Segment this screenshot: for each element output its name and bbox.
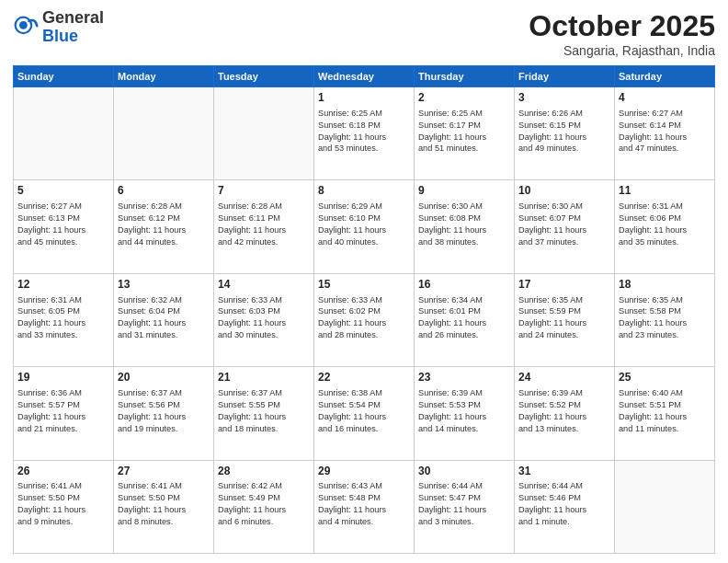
table-row <box>14 87 114 180</box>
day-info: Sunrise: 6:29 AMSunset: 6:10 PMDaylight:… <box>318 201 410 248</box>
table-row: 27Sunrise: 6:41 AMSunset: 5:50 PMDayligh… <box>114 460 214 553</box>
day-number: 24 <box>518 370 610 385</box>
title-month: October 2025 <box>529 9 715 43</box>
day-number: 9 <box>418 183 510 199</box>
page: General Blue October 2025 Sangaria, Raja… <box>0 0 728 563</box>
day-info: Sunrise: 6:27 AMSunset: 6:14 PMDaylight:… <box>619 108 711 155</box>
table-row: 6Sunrise: 6:28 AMSunset: 6:12 PMDaylight… <box>114 180 214 273</box>
title-block: October 2025 Sangaria, Rajasthan, India <box>529 9 715 58</box>
day-number: 1 <box>318 90 410 106</box>
day-info: Sunrise: 6:33 AMSunset: 6:03 PMDaylight:… <box>218 294 310 342</box>
logo-text: General Blue <box>42 9 104 46</box>
table-row <box>114 87 214 180</box>
day-info: Sunrise: 6:43 AMSunset: 5:48 PMDaylight:… <box>318 480 410 528</box>
day-info: Sunrise: 6:42 AMSunset: 5:49 PMDaylight:… <box>218 480 310 528</box>
col-monday: Monday <box>114 66 214 87</box>
day-info: Sunrise: 6:30 AMSunset: 6:07 PMDaylight:… <box>518 201 610 248</box>
table-row: 14Sunrise: 6:33 AMSunset: 6:03 PMDayligh… <box>214 273 314 366</box>
day-number: 30 <box>418 464 510 479</box>
table-row: 3Sunrise: 6:26 AMSunset: 6:15 PMDaylight… <box>515 87 615 180</box>
table-row: 16Sunrise: 6:34 AMSunset: 6:01 PMDayligh… <box>415 273 515 366</box>
table-row: 24Sunrise: 6:39 AMSunset: 5:52 PMDayligh… <box>515 367 615 460</box>
day-number: 22 <box>318 370 410 385</box>
calendar-week-row: 5Sunrise: 6:27 AMSunset: 6:13 PMDaylight… <box>14 180 715 273</box>
table-row: 22Sunrise: 6:38 AMSunset: 5:54 PMDayligh… <box>314 367 415 460</box>
table-row: 10Sunrise: 6:30 AMSunset: 6:07 PMDayligh… <box>515 180 615 273</box>
table-row: 5Sunrise: 6:27 AMSunset: 6:13 PMDaylight… <box>14 180 114 273</box>
table-row: 13Sunrise: 6:32 AMSunset: 6:04 PMDayligh… <box>114 273 214 366</box>
day-info: Sunrise: 6:40 AMSunset: 5:51 PMDaylight:… <box>619 387 711 435</box>
col-sunday: Sunday <box>14 66 114 87</box>
day-number: 16 <box>418 277 510 293</box>
day-info: Sunrise: 6:30 AMSunset: 6:08 PMDaylight:… <box>418 201 510 248</box>
col-saturday: Saturday <box>615 66 715 87</box>
day-info: Sunrise: 6:33 AMSunset: 6:02 PMDaylight:… <box>318 294 410 342</box>
logo-blue: Blue <box>42 28 104 46</box>
col-thursday: Thursday <box>415 66 515 87</box>
table-row: 29Sunrise: 6:43 AMSunset: 5:48 PMDayligh… <box>314 460 415 553</box>
table-row: 2Sunrise: 6:25 AMSunset: 6:17 PMDaylight… <box>415 87 515 180</box>
day-info: Sunrise: 6:38 AMSunset: 5:54 PMDaylight:… <box>318 387 410 435</box>
calendar-week-row: 26Sunrise: 6:41 AMSunset: 5:50 PMDayligh… <box>14 460 715 553</box>
day-info: Sunrise: 6:37 AMSunset: 5:56 PMDaylight:… <box>118 387 210 435</box>
calendar-week-row: 12Sunrise: 6:31 AMSunset: 6:05 PMDayligh… <box>14 273 715 366</box>
day-number: 29 <box>318 464 410 479</box>
day-number: 18 <box>619 277 711 293</box>
day-number: 5 <box>17 183 109 199</box>
col-wednesday: Wednesday <box>314 66 415 87</box>
day-info: Sunrise: 6:31 AMSunset: 6:05 PMDaylight:… <box>17 294 109 342</box>
day-number: 28 <box>218 464 310 479</box>
table-row: 19Sunrise: 6:36 AMSunset: 5:57 PMDayligh… <box>14 367 114 460</box>
day-info: Sunrise: 6:28 AMSunset: 6:12 PMDaylight:… <box>118 201 210 248</box>
day-info: Sunrise: 6:44 AMSunset: 5:46 PMDaylight:… <box>518 480 610 528</box>
day-number: 14 <box>218 277 310 293</box>
day-info: Sunrise: 6:37 AMSunset: 5:55 PMDaylight:… <box>218 387 310 435</box>
table-row: 15Sunrise: 6:33 AMSunset: 6:02 PMDayligh… <box>314 273 415 366</box>
col-tuesday: Tuesday <box>214 66 314 87</box>
day-info: Sunrise: 6:31 AMSunset: 6:06 PMDaylight:… <box>619 201 711 248</box>
day-info: Sunrise: 6:39 AMSunset: 5:53 PMDaylight:… <box>418 387 510 435</box>
day-info: Sunrise: 6:28 AMSunset: 6:11 PMDaylight:… <box>218 201 310 248</box>
table-row: 11Sunrise: 6:31 AMSunset: 6:06 PMDayligh… <box>615 180 715 273</box>
svg-point-1 <box>19 21 28 29</box>
header: General Blue October 2025 Sangaria, Raja… <box>13 9 715 58</box>
day-number: 21 <box>218 370 310 385</box>
day-number: 17 <box>518 277 610 293</box>
col-friday: Friday <box>515 66 615 87</box>
day-info: Sunrise: 6:35 AMSunset: 5:59 PMDaylight:… <box>518 294 610 342</box>
table-row: 20Sunrise: 6:37 AMSunset: 5:56 PMDayligh… <box>114 367 214 460</box>
day-info: Sunrise: 6:34 AMSunset: 6:01 PMDaylight:… <box>418 294 510 342</box>
day-number: 6 <box>118 183 210 199</box>
day-number: 12 <box>17 277 109 293</box>
table-row: 25Sunrise: 6:40 AMSunset: 5:51 PMDayligh… <box>615 367 715 460</box>
table-row <box>615 460 715 553</box>
day-info: Sunrise: 6:39 AMSunset: 5:52 PMDaylight:… <box>518 387 610 435</box>
day-number: 4 <box>619 90 711 106</box>
table-row: 17Sunrise: 6:35 AMSunset: 5:59 PMDayligh… <box>515 273 615 366</box>
day-number: 20 <box>118 370 210 385</box>
table-row: 21Sunrise: 6:37 AMSunset: 5:55 PMDayligh… <box>214 367 314 460</box>
day-info: Sunrise: 6:41 AMSunset: 5:50 PMDaylight:… <box>118 480 210 528</box>
day-info: Sunrise: 6:36 AMSunset: 5:57 PMDaylight:… <box>17 387 109 435</box>
day-info: Sunrise: 6:35 AMSunset: 5:58 PMDaylight:… <box>619 294 711 342</box>
day-info: Sunrise: 6:44 AMSunset: 5:47 PMDaylight:… <box>418 480 510 528</box>
calendar-table: Sunday Monday Tuesday Wednesday Thursday… <box>13 65 715 554</box>
day-number: 7 <box>218 183 310 199</box>
logo-general: General <box>42 9 104 28</box>
day-number: 11 <box>619 183 711 199</box>
day-info: Sunrise: 6:32 AMSunset: 6:04 PMDaylight:… <box>118 294 210 342</box>
table-row: 26Sunrise: 6:41 AMSunset: 5:50 PMDayligh… <box>14 460 114 553</box>
day-number: 13 <box>118 277 210 293</box>
table-row: 12Sunrise: 6:31 AMSunset: 6:05 PMDayligh… <box>14 273 114 366</box>
table-row: 1Sunrise: 6:25 AMSunset: 6:18 PMDaylight… <box>314 87 415 180</box>
day-info: Sunrise: 6:25 AMSunset: 6:17 PMDaylight:… <box>418 108 510 155</box>
title-location: Sangaria, Rajasthan, India <box>529 43 715 58</box>
day-number: 25 <box>619 370 711 385</box>
day-number: 23 <box>418 370 510 385</box>
calendar-week-row: 19Sunrise: 6:36 AMSunset: 5:57 PMDayligh… <box>14 367 715 460</box>
table-row: 23Sunrise: 6:39 AMSunset: 5:53 PMDayligh… <box>415 367 515 460</box>
day-number: 3 <box>518 90 610 106</box>
calendar-week-row: 1Sunrise: 6:25 AMSunset: 6:18 PMDaylight… <box>14 87 715 180</box>
day-number: 27 <box>118 464 210 479</box>
day-number: 10 <box>518 183 610 199</box>
